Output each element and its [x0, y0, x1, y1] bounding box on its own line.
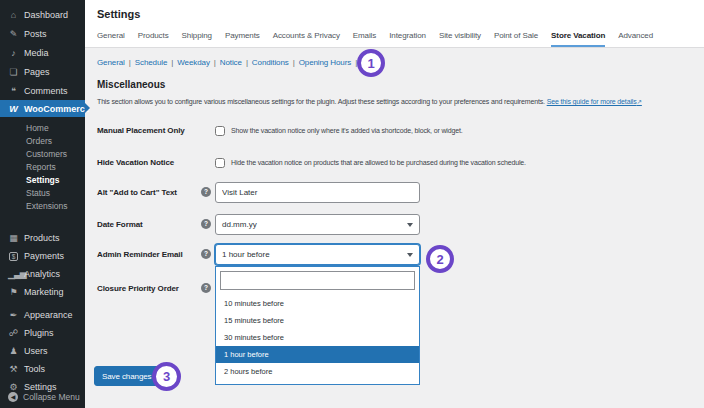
chevron-down-icon	[407, 223, 413, 227]
section-description: This section allows you to configure var…	[97, 98, 697, 106]
tab-shipping[interactable]: Shipping	[182, 31, 212, 47]
tab-advanced[interactable]: Advanced	[618, 31, 653, 47]
annotation-circle-1: 1	[357, 49, 385, 77]
label-hide-vacation-notice: Hide Vacation Notice	[97, 158, 174, 167]
appearance-icon: ✒	[8, 310, 19, 320]
tab-site-visibility[interactable]: Site visibility	[439, 31, 481, 47]
main-content: Settings General Products Shipping Payme…	[85, 0, 704, 408]
guide-link[interactable]: See this guide for more details	[547, 98, 637, 105]
woocommerce-submenu: Home Orders Customers Reports Settings S…	[0, 117, 85, 218]
media-icon: ♪	[8, 48, 19, 58]
pages-icon: ❏	[8, 67, 19, 77]
sidebar-item-woocommerce[interactable]: W WooCommerce	[0, 100, 85, 117]
section-heading: Miscellaneous	[97, 79, 165, 90]
sidebar-item-label: Appearance	[24, 310, 73, 320]
sidebar-item-label: Analytics	[24, 269, 60, 279]
sidebar-item-label: Marketing	[24, 287, 64, 297]
comments-icon: ❝	[8, 86, 19, 96]
submenu-item-home[interactable]: Home	[0, 121, 85, 134]
annotation-circle-3: 3	[152, 362, 181, 391]
sidebar-item-label: Comments	[24, 86, 68, 96]
submenu-item-orders[interactable]: Orders	[0, 134, 85, 147]
help-icon[interactable]: ?	[201, 283, 211, 293]
page-title: Settings	[97, 8, 140, 20]
current-menu-arrow	[85, 103, 90, 113]
sidebar-item-analytics[interactable]: ▁▃▅ Analytics	[0, 265, 85, 283]
help-icon[interactable]: ?	[201, 187, 211, 197]
dropdown-option[interactable]: 30 minutes before	[216, 329, 419, 346]
label-date-format: Date Format	[97, 220, 143, 229]
sidebar-item-products[interactable]: ▦ Products	[0, 229, 85, 247]
tab-emails[interactable]: Emails	[353, 31, 376, 47]
submenu-item-extensions[interactable]: Extensions	[0, 199, 85, 212]
hide-vacation-notice-description: Hide the vacation notice on products tha…	[231, 159, 691, 166]
dropdown-option[interactable]: 10 minutes before	[216, 295, 419, 312]
label-admin-reminder-email: Admin Reminder Email	[97, 250, 183, 259]
posts-icon: ✎	[8, 29, 19, 39]
subnav-opening-hours[interactable]: Opening Hours	[299, 58, 352, 67]
tab-payments[interactable]: Payments	[225, 31, 260, 47]
save-changes-button[interactable]: Save changes	[94, 366, 160, 386]
subnav-notice[interactable]: Notice	[220, 58, 242, 67]
settings-tabs: General Products Shipping Payments Accou…	[97, 31, 653, 47]
dropdown-search-input[interactable]	[220, 271, 415, 290]
sidebar-item-posts[interactable]: ✎ Posts	[0, 24, 85, 43]
dropdown-option[interactable]: 2 hours before	[216, 363, 419, 380]
marketing-icon: ⚑	[8, 287, 19, 297]
alt-add-to-cart-input[interactable]	[215, 182, 420, 203]
sidebar-item-users[interactable]: ♟ Users	[0, 342, 85, 360]
date-format-select[interactable]: dd.mm.yy	[215, 214, 420, 235]
sidebar-item-label: Users	[24, 346, 48, 356]
subnav-weekday[interactable]: Weekday	[177, 58, 210, 67]
label-alt-add-to-cart: Alt "Add to Cart" Text	[97, 188, 177, 197]
submenu-item-reports[interactable]: Reports	[0, 160, 85, 173]
dropdown-option[interactable]: 15 minutes before	[216, 312, 419, 329]
label-manual-placement: Manual Placement Only	[97, 126, 185, 135]
payments-icon: $	[8, 251, 19, 261]
collapse-menu-button[interactable]: ◀ Collapse Menu	[0, 389, 85, 405]
manual-placement-checkbox[interactable]	[215, 126, 225, 136]
tab-general[interactable]: General	[97, 31, 125, 47]
sidebar-item-comments[interactable]: ❝ Comments	[0, 81, 85, 100]
sidebar-item-tools[interactable]: ⚒ Tools	[0, 360, 85, 378]
dropdown-options: 10 minutes before 15 minutes before 30 m…	[216, 295, 419, 380]
subnav-schedule[interactable]: Schedule	[135, 58, 168, 67]
dropdown-option-selected[interactable]: 1 hour before	[216, 346, 419, 363]
tools-icon: ⚒	[8, 364, 19, 374]
submenu-item-settings[interactable]: Settings	[0, 173, 85, 186]
sidebar-item-dashboard[interactable]: ⌂ Dashboard	[0, 5, 85, 24]
admin-reminder-value: 1 hour before	[222, 250, 270, 259]
tab-products[interactable]: Products	[138, 31, 169, 47]
sidebar-item-label: Dashboard	[24, 10, 68, 20]
manual-placement-description: Show the vacation notice only where it's…	[231, 127, 691, 134]
tab-integration[interactable]: Integration	[389, 31, 426, 47]
tab-point-of-sale[interactable]: Point of Sale	[494, 31, 538, 47]
sidebar-item-pages[interactable]: ❏ Pages	[0, 62, 85, 81]
help-icon[interactable]: ?	[201, 219, 211, 229]
subnav-conditions[interactable]: Conditions	[252, 58, 289, 67]
sidebar-item-label: Media	[24, 48, 49, 58]
tab-accounts-privacy[interactable]: Accounts & Privacy	[273, 31, 340, 47]
settings-header: Settings General Products Shipping Payme…	[85, 0, 704, 48]
subnav-general[interactable]: General	[97, 58, 125, 67]
sidebar-item-media[interactable]: ♪ Media	[0, 43, 85, 62]
submenu-item-status[interactable]: Status	[0, 186, 85, 199]
help-icon[interactable]: ?	[201, 249, 211, 259]
sidebar-item-marketing[interactable]: ⚑ Marketing	[0, 283, 85, 301]
hide-vacation-notice-checkbox[interactable]	[215, 158, 225, 168]
sidebar-item-plugins[interactable]: ☍ Plugins	[0, 324, 85, 342]
sidebar-item-label: Pages	[24, 67, 50, 77]
woocommerce-icon: W	[8, 104, 19, 114]
submenu-item-customers[interactable]: Customers	[0, 147, 85, 160]
external-link-icon[interactable]: ↗	[637, 98, 642, 105]
admin-reminder-email-select[interactable]: 1 hour before	[215, 244, 420, 265]
dashboard-icon: ⌂	[8, 10, 19, 20]
sidebar-item-payments[interactable]: $ Payments	[0, 247, 85, 265]
sidebar-item-label: Payments	[24, 251, 64, 261]
plugins-icon: ☍	[8, 328, 19, 338]
sidebar-item-label: WooCommerce	[24, 104, 90, 114]
sidebar-item-label: Posts	[24, 29, 47, 39]
tab-store-vacation[interactable]: Store Vacation	[551, 31, 605, 47]
sidebar-item-appearance[interactable]: ✒ Appearance	[0, 306, 85, 324]
admin-sidebar: ⌂ Dashboard ✎ Posts ♪ Media ❏ Pages ❝ Co…	[0, 0, 85, 408]
